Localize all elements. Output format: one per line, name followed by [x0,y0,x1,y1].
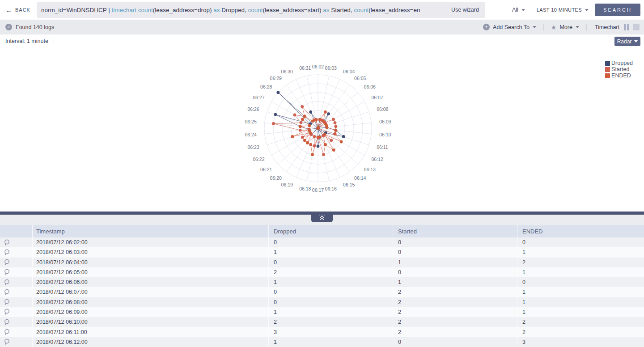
started-cell: 0 [393,237,517,247]
row-icon-cell [0,317,32,327]
search-button[interactable]: SEARCH [595,4,640,16]
table-header-dropped[interactable]: Dropped [268,225,393,237]
legend-swatch-icon [605,67,610,72]
svg-text:06:12: 06:12 [372,157,383,162]
chevron-down-icon [634,40,638,42]
dropped-cell: 0 [268,287,393,297]
svg-text:06:25: 06:25 [245,119,257,124]
table-row: 2018/07/12 06:08:00 0 2 1 [0,297,644,307]
star-icon: ★ [551,24,557,30]
dropped-cell: 3 [268,327,393,337]
svg-text:06:29: 06:29 [270,76,282,81]
interval-label-group: Interval: 1 minute [5,38,54,45]
table-row: 2018/07/12 06:05:00 2 0 1 [0,267,644,277]
svg-text:06:17: 06:17 [312,187,324,193]
legend-item: Dropped [605,60,633,66]
interval-divider [54,38,54,45]
started-cell: 1 [393,258,517,267]
query-token: count [138,7,153,13]
table-row: 2018/07/12 06:07:00 0 2 1 [0,287,644,297]
dropped-cell: 0 [268,297,393,307]
timestamp-cell: 2018/07/12 06:07:00 [32,287,268,297]
search-magnifier-icon[interactable] [4,299,10,305]
svg-text:06:30: 06:30 [281,69,293,74]
ended-cell: 0 [517,237,644,247]
row-icon-cell [0,237,32,247]
results-toolbar: ✓ Found 140 logs + Add Search To ★ More … [0,20,644,34]
search-magnifier-icon[interactable] [4,329,10,335]
back-arrow-icon: ← [5,7,13,13]
legend-label: ENDED [611,72,631,79]
chevron-down-icon [521,9,525,11]
started-cell: 0 [393,267,517,277]
timestamp-cell: 2018/07/12 06:10:00 [32,317,268,327]
scope-dropdown[interactable]: All [512,7,525,13]
dropped-cell: 2 [268,317,393,327]
search-magnifier-icon[interactable] [4,269,10,275]
timestamp-cell: 2018/07/12 06:03:00 [32,247,268,257]
svg-text:06:11: 06:11 [377,144,388,150]
started-cell: 2 [393,317,517,327]
row-icon-cell [0,258,32,267]
svg-text:06:02: 06:02 [312,64,324,69]
query-token: (lease_address=en [369,7,420,13]
table-row: 2018/07/12 06:04:00 0 1 2 [0,258,644,267]
row-icon-cell [0,287,32,297]
query-token: timechart [111,7,138,13]
search-magnifier-icon[interactable] [4,309,10,315]
search-magnifier-icon[interactable] [4,259,10,266]
add-search-to-dropdown[interactable]: + Add Search To [476,24,543,30]
svg-text:06:24: 06:24 [245,132,257,137]
scope-dropdown-label: All [512,7,518,13]
timestamp-cell: 2018/07/12 06:12:00 [32,337,268,347]
table-header-started[interactable]: Started [393,225,517,237]
dropped-cell: 1 [268,337,393,347]
search-magnifier-icon[interactable] [4,289,10,296]
row-icon-cell [0,247,32,257]
chart-type-dropdown[interactable]: Radar [614,37,640,46]
search-magnifier-icon[interactable] [4,239,10,246]
table-header-icon-col [0,225,32,237]
row-icon-cell [0,297,32,307]
svg-text:06:16: 06:16 [325,186,337,191]
search-query-input[interactable]: norm_id=WinDNSDHCP | timechart count(lea… [37,2,485,18]
check-icon: ✓ [5,24,12,30]
query-token: (lease_address=start) [263,7,323,13]
legend-swatch-icon [605,73,610,78]
svg-text:06:23: 06:23 [248,144,259,150]
search-magnifier-icon[interactable] [4,319,10,326]
search-magnifier-icon[interactable] [4,339,10,345]
table-header-timestamp[interactable]: Timestamp [32,225,268,237]
add-search-to-label: Add Search To [493,24,530,30]
query-token: Dropped, [221,7,248,13]
svg-text:06:27: 06:27 [253,95,264,100]
radar-chart: 06:0206:0306:0406:0506:0606:0706:0806:09… [0,34,644,212]
interval-label: Interval: 1 minute [5,38,48,44]
table-header-ended[interactable]: ENDED [517,225,644,237]
svg-text:06:18: 06:18 [299,186,311,191]
query-token: norm_id=WinDNSDHCP | [41,7,111,13]
ended-cell: 1 [517,247,644,257]
time-range-dropdown[interactable]: LAST 10 MINUTES [537,7,589,13]
time-range-label: LAST 10 MINUTES [537,7,582,13]
search-magnifier-icon[interactable] [4,279,10,286]
ended-cell: 2 [517,327,644,337]
table-row: 2018/07/12 06:12:00 1 0 3 [0,337,644,347]
started-cell: 2 [393,327,517,337]
dropped-cell: 2 [268,267,393,277]
back-button[interactable]: ← BACK [5,7,30,13]
legend-swatch-icon [605,61,610,66]
query-token: as [213,7,221,13]
search-magnifier-icon[interactable] [4,249,10,256]
grid-view-icon[interactable] [633,24,640,30]
timestamp-cell: 2018/07/12 06:09:00 [32,307,268,317]
collapse-table-handle[interactable] [311,214,333,222]
ended-cell: 2 [517,258,644,267]
svg-text:06:21: 06:21 [260,167,272,172]
more-dropdown[interactable]: ★ More [544,24,586,30]
table-header-row: Timestamp Dropped Started ENDED [0,225,644,237]
use-wizard-link[interactable]: Use wizard [451,7,479,13]
back-label: BACK [15,7,30,13]
chevron-down-icon [576,26,579,28]
columns-view-icon[interactable] [624,24,629,30]
